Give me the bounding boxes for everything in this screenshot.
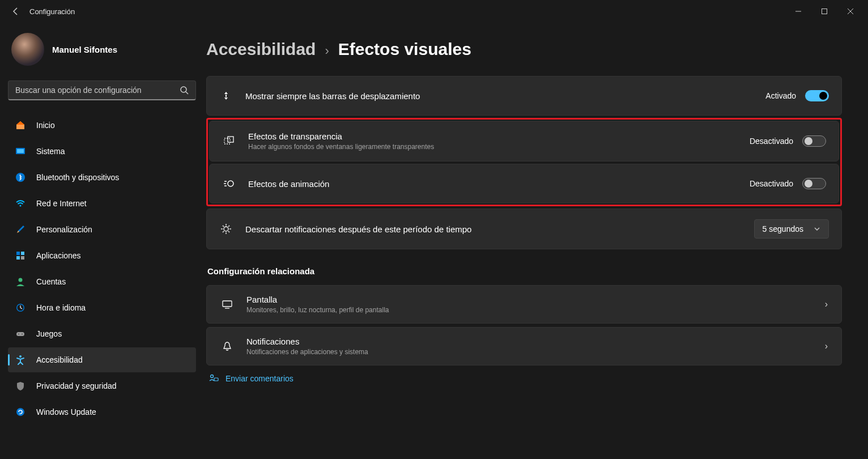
svg-point-19 (16, 408, 24, 416)
transparency-icon (222, 134, 236, 148)
sidebar-item-home[interactable]: Inicio (8, 113, 196, 138)
sidebar-item-label: Cuentas (36, 277, 66, 286)
scrollbars-toggle[interactable] (805, 90, 829, 101)
sidebar-item-bluetooth[interactable]: Bluetooth y dispositivos (8, 165, 196, 190)
sidebar-item-label: Aplicaciones (36, 251, 81, 260)
chevron-right-icon: › (325, 44, 329, 58)
scrollbar-icon (219, 89, 233, 103)
svg-point-17 (22, 334, 23, 335)
accessibility-icon (15, 354, 26, 366)
setting-scrollbars: Mostrar siempre las barras de desplazami… (206, 76, 842, 116)
profile-name: Manuel Sifontes (52, 45, 117, 54)
svg-rect-11 (21, 256, 24, 260)
svg-rect-33 (223, 301, 232, 307)
display-icon (220, 298, 234, 311)
setting-notifications-timeout: Descartar notificaciones después de este… (206, 209, 842, 249)
setting-title: Mostrar siempre las barras de desplazami… (245, 91, 765, 101)
svg-rect-36 (214, 378, 218, 381)
sidebar-item-label: Bluetooth y dispositivos (36, 173, 119, 182)
link-title: Pantalla (246, 295, 825, 304)
main-content: Accesibilidad › Efectos visuales Mostrar… (204, 23, 868, 459)
svg-point-23 (228, 181, 233, 186)
close-icon (847, 8, 854, 15)
search-icon (180, 86, 189, 95)
back-button[interactable] (5, 0, 27, 23)
sidebar-item-accounts[interactable]: Cuentas (8, 269, 196, 294)
setting-title: Descartar notificaciones después de este… (245, 224, 754, 234)
sidebar-item-update[interactable]: Windows Update (8, 400, 196, 424)
link-description: Notificaciones de aplicaciones y sistema (246, 348, 825, 356)
breadcrumb-parent[interactable]: Accesibilidad (206, 40, 316, 59)
toggle-state-label: Desactivado (750, 137, 793, 146)
maximize-button[interactable] (811, 0, 837, 23)
feedback-link[interactable]: Enviar comentarios (225, 374, 293, 383)
sidebar-item-label: Sistema (36, 147, 65, 156)
svg-rect-1 (822, 9, 827, 14)
related-heading: Configuración relacionada (207, 266, 842, 276)
transparency-toggle[interactable] (802, 135, 826, 147)
person-icon (15, 276, 26, 287)
close-button[interactable] (837, 0, 863, 23)
minimize-icon (795, 8, 802, 15)
search-box[interactable] (8, 80, 196, 100)
chevron-right-icon: › (825, 299, 828, 309)
sidebar-item-label: Privacidad y seguridad (36, 381, 117, 390)
setting-description: Hacer algunos fondos de ventanas ligeram… (248, 143, 750, 151)
svg-point-18 (19, 355, 22, 358)
svg-line-29 (223, 226, 224, 227)
sidebar-item-network[interactable]: Red e Internet (8, 191, 196, 216)
system-icon (15, 146, 26, 157)
related-notifications[interactable]: Notificaciones Notificaciones de aplicac… (206, 327, 842, 366)
toggle-state-label: Activado (765, 91, 796, 100)
animation-icon (222, 177, 236, 190)
svg-line-31 (228, 226, 229, 227)
svg-point-12 (19, 278, 23, 282)
svg-rect-5 (17, 149, 24, 153)
animation-toggle[interactable] (802, 178, 826, 189)
sidebar-item-label: Windows Update (36, 407, 96, 416)
shield-icon (15, 380, 26, 392)
toggle-state-label: Desactivado (750, 179, 793, 188)
sidebar-item-personalization[interactable]: Personalización (8, 217, 196, 242)
setting-title: Efectos de animación (248, 179, 750, 189)
svg-rect-15 (16, 332, 24, 336)
timeout-dropdown[interactable]: 5 segundos (754, 219, 829, 239)
sidebar-item-system[interactable]: Sistema (8, 139, 196, 164)
bluetooth-icon (15, 172, 26, 183)
sidebar-item-gaming[interactable]: Juegos (8, 321, 196, 346)
profile-block[interactable]: Manuel Sifontes (8, 29, 196, 69)
svg-point-16 (18, 334, 19, 335)
related-display[interactable]: Pantalla Monitores, brillo, luz nocturna… (206, 285, 842, 324)
sidebar-item-time[interactable]: Hora e idioma (8, 295, 196, 320)
minimize-button[interactable] (785, 0, 811, 23)
feedback-icon (209, 373, 219, 384)
setting-title: Efectos de transparencia (248, 131, 750, 141)
home-icon (15, 120, 26, 131)
svg-point-2 (181, 87, 186, 92)
sidebar-item-label: Inicio (36, 121, 55, 130)
apps-icon (15, 250, 26, 261)
svg-point-24 (224, 227, 228, 231)
sidebar-item-apps[interactable]: Aplicaciones (8, 243, 196, 268)
page-title: Efectos visuales (338, 40, 471, 59)
sidebar-item-privacy[interactable]: Privacidad y seguridad (8, 373, 196, 398)
brightness-icon (219, 222, 233, 236)
gamepad-icon (15, 328, 26, 339)
nav-list: Inicio Sistema Bluetooth y dispositivos … (8, 113, 196, 424)
svg-rect-21 (224, 138, 230, 144)
chevron-down-icon (814, 226, 820, 232)
search-input[interactable] (15, 86, 180, 95)
bell-icon (220, 339, 234, 353)
sidebar-item-accessibility[interactable]: Accesibilidad (8, 347, 196, 372)
sidebar-item-label: Accesibilidad (36, 355, 83, 364)
sidebar-item-label: Personalización (36, 225, 92, 234)
svg-point-35 (211, 375, 214, 378)
clock-icon (15, 302, 26, 313)
svg-point-7 (20, 205, 22, 207)
svg-rect-20 (225, 95, 227, 97)
avatar (11, 33, 44, 66)
link-description: Monitores, brillo, luz nocturna, perfil … (246, 306, 825, 314)
svg-rect-10 (16, 256, 20, 260)
setting-transparency: Efectos de transparencia Hacer algunos f… (209, 121, 839, 162)
link-title: Notificaciones (246, 337, 825, 346)
